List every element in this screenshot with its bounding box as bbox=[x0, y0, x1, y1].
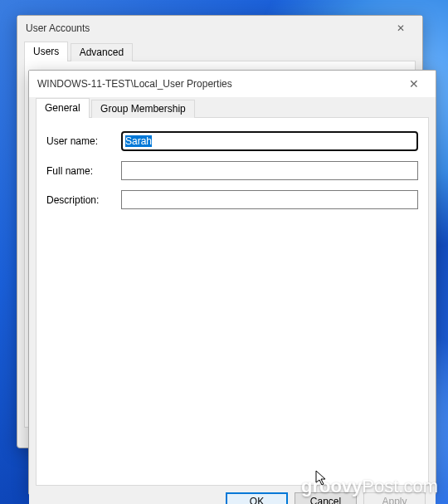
tab-strip: General Group Membership bbox=[36, 97, 429, 118]
ok-button[interactable]: OK bbox=[226, 492, 288, 504]
tab-strip: Users Advanced bbox=[24, 41, 416, 61]
tab-users[interactable]: Users bbox=[24, 42, 68, 61]
username-input[interactable] bbox=[121, 131, 418, 151]
fullname-input[interactable] bbox=[121, 161, 418, 180]
window-title: User Accounts bbox=[26, 16, 90, 41]
fullname-label: Full name: bbox=[46, 165, 121, 177]
user-properties-dialog: WINDOWS-11-TEST\Local_User Properties ✕ … bbox=[28, 70, 436, 495]
description-label: Description: bbox=[46, 194, 121, 206]
username-label: User name: bbox=[46, 135, 121, 147]
close-icon[interactable]: ✕ bbox=[387, 16, 414, 41]
close-icon[interactable]: ✕ bbox=[401, 71, 427, 96]
general-panel: User name: Full name: Description: bbox=[36, 118, 429, 486]
dialog-title: WINDOWS-11-TEST\Local_User Properties bbox=[37, 71, 232, 96]
window-titlebar: User Accounts ✕ bbox=[17, 16, 422, 41]
tab-general[interactable]: General bbox=[36, 98, 90, 118]
tab-group-membership[interactable]: Group Membership bbox=[91, 100, 195, 118]
description-input[interactable] bbox=[121, 190, 418, 209]
tab-advanced[interactable]: Advanced bbox=[71, 43, 133, 61]
dialog-titlebar: WINDOWS-11-TEST\Local_User Properties ✕ bbox=[29, 71, 436, 97]
watermark: groovyPost.com bbox=[301, 476, 438, 497]
